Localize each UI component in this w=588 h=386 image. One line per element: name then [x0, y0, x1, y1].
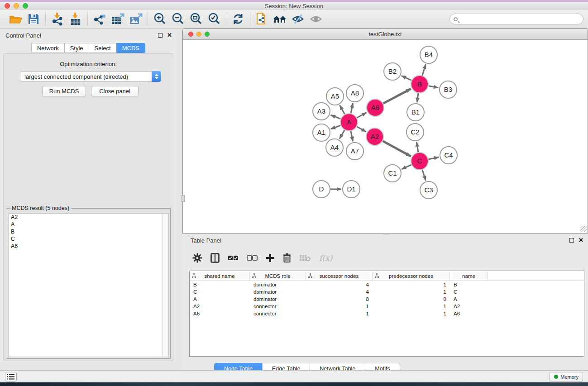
select-all-columns-button[interactable] [228, 252, 239, 264]
cell-name[interactable]: A6 [450, 311, 488, 316]
table-row[interactable]: Adominator80A [190, 295, 584, 303]
show-details-button[interactable] [307, 11, 325, 27]
mcds-result-list[interactable]: A2ABCA6 [9, 213, 169, 357]
graph-edge-A-A8[interactable] [351, 103, 353, 114]
memory-button[interactable]: Memory [550, 372, 583, 381]
graph-edge-A-A7[interactable] [351, 131, 353, 142]
graph-node-B4[interactable]: B4 [420, 46, 437, 63]
graph-edge-C-C4[interactable] [429, 157, 439, 159]
cell-shared_name[interactable]: A6 [190, 311, 250, 316]
cell-name[interactable]: A2 [450, 304, 488, 309]
mcds-result-item[interactable]: A6 [9, 243, 168, 250]
cell-mcds_role[interactable]: connector [250, 311, 306, 316]
refresh-button[interactable] [229, 11, 247, 27]
graph-node-A6[interactable]: A6 [367, 99, 384, 116]
run-mcds-button[interactable]: Run MCDS [42, 86, 86, 96]
float-panel-icon[interactable] [158, 33, 163, 38]
graph-node-A[interactable]: A [340, 114, 358, 131]
graph-edge-B-B2[interactable] [402, 76, 411, 80]
cell-successor_nodes[interactable]: 4 [306, 282, 373, 287]
graph-edge-A-A6[interactable] [357, 113, 367, 118]
graph-node-A7[interactable]: A7 [346, 143, 363, 160]
graph-node-C1[interactable]: C1 [384, 165, 401, 182]
mcds-result-item[interactable]: B [9, 228, 168, 235]
tab-mcds[interactable]: MCDS [116, 43, 145, 53]
cell-predecessor_nodes[interactable]: 1 [373, 304, 450, 309]
zoom-selected-button[interactable] [205, 11, 223, 27]
graph-edge-A-A1[interactable] [331, 125, 341, 129]
graph-node-A2[interactable]: A2 [366, 128, 383, 145]
network-canvas[interactable]: B4B2BB3A8A5A6B1A3AA1C2A2A4A7C4CC1C3DD1 [183, 40, 587, 233]
function-builder-button[interactable]: f(x) [319, 252, 332, 264]
column-header-shared_name[interactable]: shared name [190, 271, 250, 281]
graph-node-B[interactable]: B [411, 76, 428, 93]
cell-shared_name[interactable]: A2 [190, 304, 250, 309]
zoom-out-button[interactable] [169, 11, 187, 27]
graph-node-B1[interactable]: B1 [407, 104, 424, 121]
graph-edge-A-A2[interactable] [357, 127, 366, 132]
clone-network-button[interactable] [253, 11, 271, 27]
task-history-button[interactable] [5, 372, 17, 381]
search-field[interactable] [449, 14, 583, 24]
graph-node-A8[interactable]: A8 [346, 85, 363, 102]
graph-node-C2[interactable]: C2 [406, 124, 424, 141]
column-header-successor_nodes[interactable]: successor nodes [306, 271, 373, 281]
cell-mcds_role[interactable]: dominator [250, 282, 306, 287]
cell-name[interactable]: B [450, 282, 488, 287]
network-window-titlebar[interactable]: testGlobe.txt [183, 29, 588, 40]
graph-node-A4[interactable]: A4 [326, 139, 343, 156]
cell-successor_nodes[interactable]: 4 [306, 289, 373, 295]
table-row[interactable]: Bdominator41B [190, 281, 584, 288]
graph-node-C[interactable]: C [411, 152, 428, 170]
mcds-result-item[interactable]: A [9, 221, 168, 228]
deselect-all-columns-button[interactable] [247, 252, 258, 264]
close-panel-icon[interactable]: ✕ [167, 33, 172, 38]
mcds-result-item[interactable]: A2 [9, 214, 168, 221]
graph-edge-A-A5[interactable] [340, 105, 345, 114]
save-session-button[interactable] [24, 11, 43, 27]
export-image-button[interactable] [127, 11, 145, 27]
titlebar[interactable]: Session: New Session [0, 2, 588, 10]
graph-edge-B-B4[interactable] [422, 64, 426, 76]
export-network-button[interactable] [91, 11, 109, 27]
result-list-scrollbar[interactable] [163, 214, 168, 357]
graph-edge-C-C3[interactable] [422, 170, 425, 181]
mcds-result-item[interactable]: C [9, 235, 168, 243]
graph-node-B3[interactable]: B3 [440, 81, 457, 98]
column-header-name[interactable]: name [450, 271, 488, 281]
cell-name[interactable]: C [450, 289, 488, 295]
tab-style[interactable]: Style [64, 43, 89, 53]
column-header-mcds_role[interactable]: MCDS role [250, 271, 306, 281]
zoom-in-button[interactable] [151, 11, 169, 27]
tab-select[interactable]: Select [89, 43, 116, 53]
graph-node-A1[interactable]: A1 [313, 124, 330, 141]
cell-successor_nodes[interactable]: 1 [306, 304, 373, 309]
cell-successor_nodes[interactable]: 8 [306, 296, 373, 302]
zoom-fit-button[interactable] [187, 11, 205, 27]
graph-node-D[interactable]: D [313, 181, 330, 198]
delete-columns-button[interactable] [283, 252, 291, 264]
float-table-panel-icon[interactable] [569, 238, 574, 243]
cell-mcds_role[interactable]: dominator [250, 289, 306, 295]
graph-node-A5[interactable]: A5 [326, 88, 344, 105]
graph-edge-A-A4[interactable] [339, 130, 344, 139]
table-row[interactable]: A2connector11A2 [190, 303, 584, 310]
close-table-panel-icon[interactable]: ✕ [578, 238, 583, 243]
table-row[interactable]: Cdominator41C [190, 288, 584, 295]
graph-edge-C-C2[interactable] [416, 142, 418, 152]
graph-edge-C-C1[interactable] [402, 165, 411, 169]
column-visibility-button[interactable] [210, 252, 220, 264]
open-file-button[interactable] [6, 11, 24, 27]
search-input[interactable] [460, 14, 583, 24]
tab-network[interactable]: Network [31, 43, 64, 53]
hide-details-button[interactable] [289, 11, 307, 27]
graph-node-C3[interactable]: C3 [420, 181, 437, 199]
import-network-button[interactable] [48, 11, 67, 27]
cell-predecessor_nodes[interactable]: 1 [373, 311, 450, 316]
graph-node-B2[interactable]: B2 [384, 63, 401, 80]
import-table-button[interactable] [67, 11, 85, 27]
graph-edge-B-B3[interactable] [429, 86, 439, 88]
optimization-criterion-select[interactable]: largest connected component (directed) [20, 71, 161, 82]
cell-shared_name[interactable]: C [190, 289, 250, 295]
graph-node-A3[interactable]: A3 [313, 103, 330, 120]
